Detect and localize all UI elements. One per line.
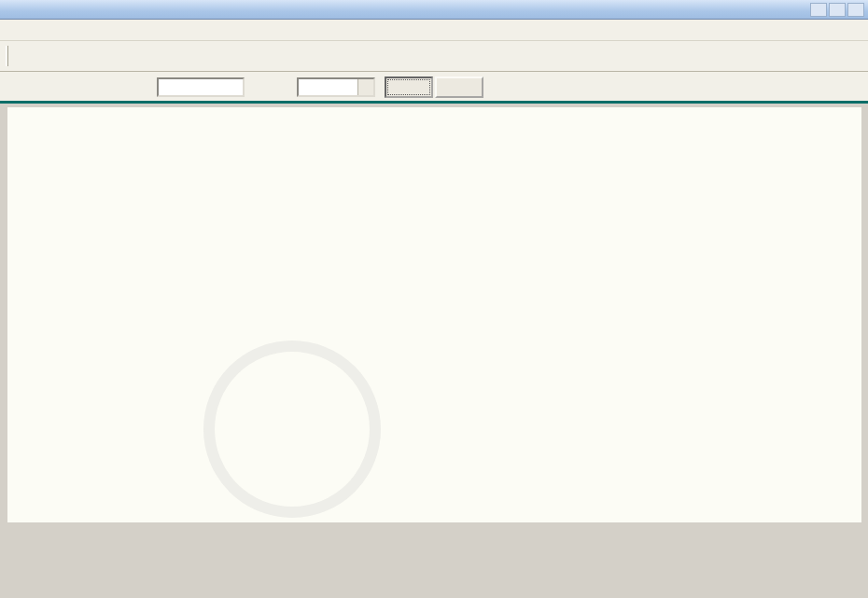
resistance-button[interactable]	[385, 76, 433, 98]
start-price-input[interactable]	[157, 77, 245, 97]
minimize-icon[interactable]	[810, 3, 827, 17]
gann-price-square	[7, 107, 861, 522]
annotation-overlay	[7, 107, 861, 522]
step-combobox[interactable]	[297, 77, 375, 97]
watermark-circle	[203, 341, 381, 518]
maximize-icon[interactable]	[829, 3, 846, 17]
support-button[interactable]	[435, 76, 483, 98]
menu-bar	[0, 20, 868, 41]
app-window: { "window": { "title": "赢家江恩专业版[赢家服务平台] …	[0, 0, 868, 598]
title-bar	[0, 0, 868, 20]
toolbar	[0, 41, 868, 72]
close-icon[interactable]	[847, 3, 864, 17]
step-value	[299, 79, 357, 95]
chevron-down-icon[interactable]	[357, 79, 373, 95]
separator-line	[0, 101, 868, 104]
control-bar	[0, 72, 868, 104]
toolbar-grip	[6, 46, 8, 66]
